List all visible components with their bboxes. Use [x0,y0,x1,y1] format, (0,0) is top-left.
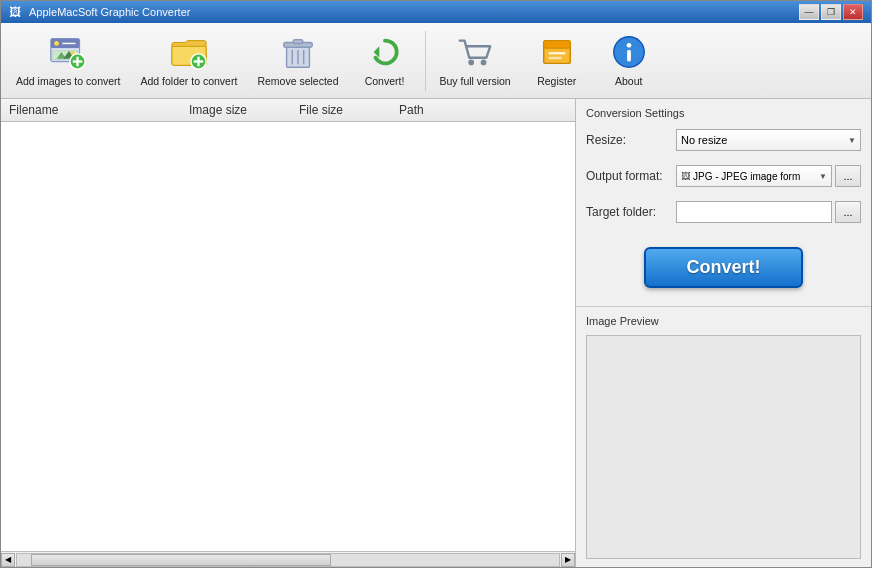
svg-point-22 [468,59,474,65]
add-images-button[interactable]: Add images to convert [7,27,129,95]
about-label: About [615,75,642,88]
resize-dropdown-arrow: ▼ [848,136,856,145]
output-format-control: 🖼 JPG - JPEG image form ▼ ... [676,165,861,187]
target-folder-input[interactable] [676,201,832,223]
title-buttons: — ❐ ✕ [799,4,863,20]
output-format-dropdown-arrow: ▼ [819,172,827,181]
output-format-select[interactable]: 🖼 JPG - JPEG image form ▼ [676,165,832,187]
scroll-right-button[interactable]: ▶ [561,553,575,567]
convert-button-wrap: Convert! [586,237,861,298]
minimize-button[interactable]: — [799,4,819,20]
toolbar: Add images to convert Add folder to conv… [1,23,871,99]
buy-full-icon [455,32,495,72]
convert-toolbar-label: Convert! [365,75,405,88]
buy-full-label: Buy full version [440,75,511,88]
register-button[interactable]: Register [522,27,592,95]
image-preview-box [586,335,861,559]
main-area: Filename Image size File size Path ◀ ▶ C… [1,99,871,567]
conversion-settings: Conversion Settings Resize: No resize ▼ … [576,99,871,307]
col-filesize-header: File size [299,103,399,117]
title-bar-left: 🖼 AppleMacSoft Graphic Converter [9,5,190,19]
window-title: AppleMacSoft Graphic Converter [29,6,190,18]
register-icon [537,32,577,72]
buy-full-button[interactable]: Buy full version [431,27,520,95]
toolbar-separator-1 [425,31,426,91]
target-folder-browse-button[interactable]: ... [835,201,861,223]
target-folder-label: Target folder: [586,205,676,219]
svg-rect-25 [543,40,570,48]
svg-point-23 [481,59,487,65]
remove-selected-button[interactable]: Remove selected [248,27,347,95]
svg-point-2 [54,41,59,46]
target-folder-row: Target folder: ... [586,201,861,223]
output-format-label: Output format: [586,169,676,183]
convert-icon [365,32,405,72]
about-icon [609,32,649,72]
register-label: Register [537,75,576,88]
scroll-track[interactable] [16,553,560,567]
right-panel: Conversion Settings Resize: No resize ▼ … [576,99,871,567]
output-format-value: 🖼 JPG - JPEG image form [681,171,800,182]
file-list[interactable] [1,122,575,551]
close-button[interactable]: ✕ [843,4,863,20]
app-icon: 🖼 [9,5,23,19]
convert-toolbar-button[interactable]: Convert! [350,27,420,95]
col-path-header: Path [399,103,567,117]
remove-selected-icon [278,32,318,72]
scroll-left-button[interactable]: ◀ [1,553,15,567]
main-window: 🖼 AppleMacSoft Graphic Converter — ❐ ✕ [0,0,872,568]
resize-control: No resize ▼ [676,129,861,151]
resize-label: Resize: [586,133,676,147]
add-images-icon [48,32,88,72]
target-folder-control: ... [676,201,861,223]
svg-rect-26 [548,52,565,54]
horizontal-scrollbar[interactable]: ◀ ▶ [1,551,575,567]
conversion-settings-title: Conversion Settings [586,107,861,119]
remove-selected-label: Remove selected [257,75,338,88]
resize-select[interactable]: No resize ▼ [676,129,861,151]
about-button[interactable]: About [594,27,664,95]
col-imagesize-header: Image size [189,103,299,117]
col-filename-header: Filename [9,103,189,117]
svg-rect-27 [548,56,561,58]
svg-marker-21 [373,46,379,57]
add-folder-label: Add folder to convert [140,75,237,88]
file-panel: Filename Image size File size Path ◀ ▶ [1,99,576,567]
output-format-browse-button[interactable]: ... [835,165,861,187]
title-bar: 🖼 AppleMacSoft Graphic Converter — ❐ ✕ [1,1,871,23]
add-images-label: Add images to convert [16,75,120,88]
resize-row: Resize: No resize ▼ [586,129,861,151]
resize-value: No resize [681,134,727,146]
svg-point-29 [626,42,631,47]
svg-rect-30 [627,50,631,61]
output-format-row: Output format: 🖼 JPG - JPEG image form ▼… [586,165,861,187]
add-folder-button[interactable]: Add folder to convert [131,27,246,95]
restore-button[interactable]: ❐ [821,4,841,20]
image-preview-section: Image Preview [576,307,871,567]
svg-rect-17 [293,39,303,43]
image-preview-title: Image Preview [586,315,861,327]
scroll-thumb[interactable] [31,554,331,566]
add-folder-icon [169,32,209,72]
file-table-header: Filename Image size File size Path [1,99,575,122]
convert-main-button[interactable]: Convert! [644,247,802,288]
